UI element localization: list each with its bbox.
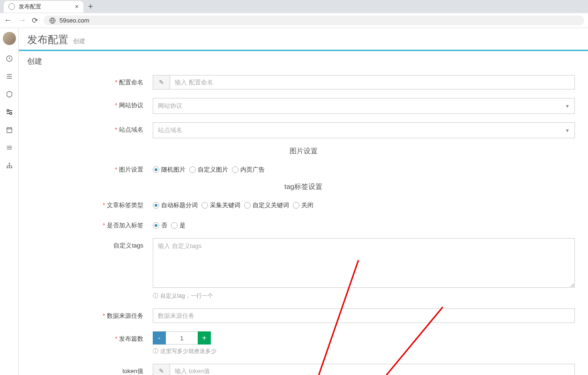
- radio-icon: [153, 202, 159, 209]
- svg-point-2: [7, 110, 9, 112]
- radio-option[interactable]: 关闭: [293, 201, 313, 210]
- config-name-input[interactable]: [170, 75, 575, 90]
- address-bar: ← → ⟳ 59seo.com: [0, 13, 588, 28]
- domain-label: 站点域名: [32, 122, 153, 134]
- decrement-button[interactable]: -: [153, 331, 166, 345]
- publish-count-stepper: - +: [153, 331, 575, 345]
- image-settings-heading: 图片设置: [32, 147, 575, 156]
- protocol-placeholder: 网站协议: [158, 102, 182, 110]
- page-header: 发布配置 创建: [19, 28, 588, 51]
- source-task-input[interactable]: [153, 308, 575, 323]
- radio-icon: [293, 202, 299, 209]
- radio-label: 关闭: [301, 201, 313, 210]
- pencil-icon: ✎: [153, 75, 170, 90]
- chevron-down-icon: ▼: [565, 128, 570, 133]
- reload-button[interactable]: ⟳: [32, 16, 38, 25]
- domain-select[interactable]: 站点域名 ▼: [153, 122, 575, 138]
- token-input[interactable]: [170, 364, 575, 375]
- radio-icon: [189, 166, 196, 173]
- forward-button[interactable]: →: [18, 15, 26, 25]
- form: 配置命名 ✎ 网站协议 网站协议 ▼ 站点域名: [19, 70, 588, 375]
- radio-option[interactable]: 采集关键词: [201, 201, 240, 210]
- section-title: 创建: [19, 51, 588, 70]
- url-text: 59seo.com: [60, 17, 89, 24]
- hexagon-icon[interactable]: [5, 90, 14, 98]
- tab-title: 发布配置: [19, 3, 41, 11]
- add-tag-label: 是否加入标签: [32, 218, 153, 230]
- globe-icon: [49, 17, 56, 24]
- custom-tags-input[interactable]: [153, 238, 575, 288]
- radio-icon: [153, 222, 159, 229]
- image-setting-radios: 随机图片自定义图片内页广告: [153, 162, 575, 174]
- custom-tags-label: 自定义tags: [32, 238, 153, 250]
- radio-label: 采集关键词: [210, 201, 240, 210]
- browser-chrome: 发布配置 × + ← → ⟳ 59seo.com: [0, 0, 588, 28]
- svg-point-3: [9, 112, 12, 115]
- settings-icon[interactable]: [5, 108, 14, 116]
- token-label: token值: [32, 364, 153, 375]
- protocol-label: 网站协议: [32, 98, 153, 110]
- source-task-label: 数据来源任务: [32, 308, 153, 320]
- radio-option[interactable]: 是: [171, 221, 186, 230]
- publish-count-help: ⓘ这里写多少就推送多少: [153, 347, 575, 355]
- sidebar: [0, 28, 19, 375]
- domain-placeholder: 站点域名: [158, 126, 182, 135]
- radio-icon: [244, 202, 251, 209]
- info-icon: ⓘ: [153, 292, 158, 299]
- svg-rect-5: [8, 163, 10, 164]
- chevron-down-icon: ▼: [565, 104, 570, 109]
- svg-rect-8: [11, 167, 12, 168]
- menu-icon[interactable]: [5, 72, 14, 81]
- app: 发布配置 创建 创建 配置命名 ✎ 网站协议 网站协议 ▼: [0, 28, 588, 375]
- main-content: 发布配置 创建 创建 配置命名 ✎ 网站协议 网站协议 ▼: [19, 28, 588, 375]
- radio-label: 否: [161, 221, 167, 230]
- clock-icon[interactable]: [5, 54, 14, 63]
- publish-count-label: 发布篇数: [32, 331, 153, 343]
- publish-count-input[interactable]: [166, 331, 198, 345]
- page-title: 发布配置: [27, 34, 68, 45]
- svg-rect-4: [7, 128, 12, 133]
- increment-button[interactable]: +: [198, 331, 211, 345]
- url-input[interactable]: 59seo.com: [44, 15, 584, 25]
- add-tag-radios: 否是: [153, 218, 575, 230]
- globe-icon: [8, 3, 15, 10]
- tab-bar: 发布配置 × +: [0, 0, 588, 13]
- image-setting-label: 图片设置: [32, 162, 153, 174]
- radio-icon: [171, 222, 178, 229]
- radio-option[interactable]: 随机图片: [153, 165, 186, 174]
- pencil-icon: ✎: [153, 364, 170, 375]
- radio-icon: [153, 166, 159, 173]
- tag-type-label: 文章标签类型: [32, 198, 153, 210]
- radio-label: 自动标题分词: [161, 201, 198, 210]
- radio-label: 是: [179, 221, 186, 230]
- radio-option[interactable]: 自动标题分词: [153, 201, 198, 210]
- radio-option[interactable]: 自定义关键词: [244, 201, 289, 210]
- info-icon: ⓘ: [153, 348, 158, 354]
- radio-icon: [201, 202, 208, 209]
- custom-tags-help: ⓘ自定义tag，一行一个: [153, 292, 575, 300]
- page-subtitle: 创建: [73, 38, 85, 45]
- sitemap-icon[interactable]: [5, 161, 14, 170]
- config-name-label: 配置命名: [32, 75, 153, 87]
- radio-label: 自定义图片: [198, 165, 228, 174]
- calendar-icon[interactable]: [5, 126, 14, 134]
- browser-tab[interactable]: 发布配置 ×: [4, 1, 83, 13]
- radio-label: 随机图片: [161, 165, 186, 174]
- svg-rect-6: [7, 167, 8, 168]
- avatar[interactable]: [3, 32, 16, 45]
- radio-label: 内页广告: [240, 165, 265, 174]
- radio-label: 自定义关键词: [253, 201, 289, 210]
- tag-type-radios: 自动标题分词采集关键词自定义关键词关闭: [153, 198, 575, 210]
- new-tab-button[interactable]: +: [83, 2, 98, 12]
- tag-settings-heading: tag标签设置: [32, 182, 575, 191]
- radio-option[interactable]: 自定义图片: [189, 165, 228, 174]
- back-button[interactable]: ←: [4, 15, 12, 25]
- radio-option[interactable]: 否: [153, 221, 167, 230]
- close-icon[interactable]: ×: [75, 3, 79, 10]
- list-icon[interactable]: [5, 143, 14, 152]
- radio-icon: [232, 166, 238, 173]
- protocol-select[interactable]: 网站协议 ▼: [153, 98, 575, 114]
- svg-rect-7: [8, 167, 10, 168]
- radio-option[interactable]: 内页广告: [232, 165, 265, 174]
